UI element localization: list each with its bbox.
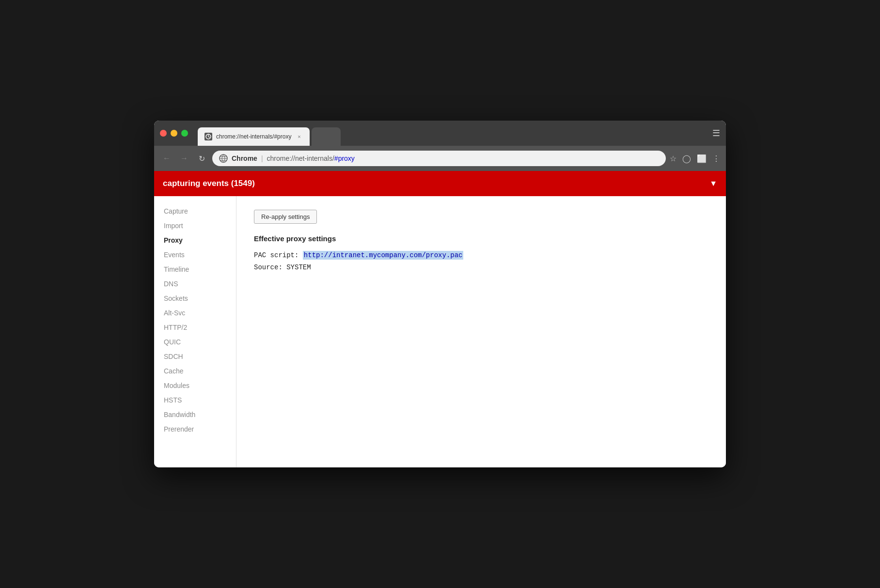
tab-title: chrome://net-internals/#proxy bbox=[216, 133, 291, 140]
back-button[interactable]: ← bbox=[160, 152, 173, 165]
minimize-button[interactable] bbox=[171, 130, 177, 137]
address-bar: ← → ↻ Chrome | chrome://net-inte bbox=[154, 146, 726, 171]
sidebar-item-events[interactable]: Events bbox=[154, 248, 236, 262]
sidebar-item-hsts[interactable]: HSTS bbox=[154, 393, 236, 407]
sidebar-item-sockets[interactable]: Sockets bbox=[154, 291, 236, 306]
sidebar: Capture Import Proxy Events Timeline DNS… bbox=[154, 196, 236, 467]
title-bar-right: ☰ bbox=[712, 128, 720, 139]
sidebar-item-timeline[interactable]: Timeline bbox=[154, 262, 236, 277]
sidebar-item-quic[interactable]: QUIC bbox=[154, 335, 236, 349]
tab-favicon bbox=[204, 133, 212, 140]
pac-url[interactable]: http://intranet.mycompany.com/proxy.pac bbox=[303, 251, 464, 260]
maximize-button[interactable] bbox=[181, 130, 188, 137]
active-tab[interactable]: chrome://net-internals/#proxy × bbox=[198, 127, 310, 146]
source-line: Source: SYSTEM bbox=[254, 262, 708, 274]
inactive-tab[interactable] bbox=[312, 127, 341, 146]
capture-text: capturing events (1549) bbox=[163, 179, 709, 188]
tab-close-button[interactable]: × bbox=[295, 133, 303, 140]
bookmark-icon[interactable]: ☆ bbox=[670, 154, 676, 163]
tab-area: chrome://net-internals/#proxy × bbox=[198, 121, 341, 146]
traffic-lights bbox=[160, 130, 188, 137]
main-content: Capture Import Proxy Events Timeline DNS… bbox=[154, 196, 726, 467]
capture-arrow-icon: ▼ bbox=[709, 179, 717, 188]
close-button[interactable] bbox=[160, 130, 167, 137]
sidebar-item-prerender[interactable]: Prerender bbox=[154, 422, 236, 436]
sidebar-item-dns[interactable]: DNS bbox=[154, 277, 236, 291]
refresh-button[interactable]: ↻ bbox=[195, 152, 208, 165]
pac-script-line: PAC script: http://intranet.mycompany.co… bbox=[254, 249, 708, 262]
sidebar-item-bandwidth[interactable]: Bandwidth bbox=[154, 407, 236, 422]
more-icon[interactable]: ⋮ bbox=[712, 154, 720, 163]
reapply-settings-button[interactable]: Re-apply settings bbox=[254, 210, 317, 224]
sidebar-item-modules[interactable]: Modules bbox=[154, 378, 236, 393]
sidebar-item-alt-svc[interactable]: Alt-Svc bbox=[154, 306, 236, 320]
sidebar-item-proxy[interactable]: Proxy bbox=[154, 233, 236, 248]
sidebar-item-capture[interactable]: Capture bbox=[154, 204, 236, 218]
forward-button[interactable]: → bbox=[177, 152, 191, 165]
title-bar-menu-icon[interactable]: ☰ bbox=[712, 128, 720, 139]
url-path: chrome://net-internals/#proxy bbox=[267, 155, 355, 162]
url-bar[interactable]: Chrome | chrome://net-internals/#proxy bbox=[212, 151, 666, 166]
address-bar-right: ☆ ◯ ⬜ ⋮ bbox=[670, 154, 720, 163]
sidebar-item-import[interactable]: Import bbox=[154, 218, 236, 233]
section-title: Effective proxy settings bbox=[254, 234, 708, 243]
sidebar-item-http2[interactable]: HTTP/2 bbox=[154, 320, 236, 335]
source-value: SYSTEM bbox=[286, 263, 311, 271]
url-separator: | bbox=[261, 155, 263, 162]
url-brand: Chrome bbox=[232, 155, 257, 162]
sidebar-item-sdch[interactable]: SDCH bbox=[154, 349, 236, 364]
proxy-info: PAC script: http://intranet.mycompany.co… bbox=[254, 249, 708, 274]
title-bar: chrome://net-internals/#proxy × ☰ bbox=[154, 121, 726, 146]
sidebar-item-cache[interactable]: Cache bbox=[154, 364, 236, 378]
cast-icon[interactable]: ⬜ bbox=[697, 154, 707, 163]
capture-bar[interactable]: capturing events (1549) ▼ bbox=[154, 171, 726, 196]
profile-icon[interactable]: ◯ bbox=[682, 154, 691, 163]
pac-label: PAC script: bbox=[254, 251, 299, 259]
page-area: Re-apply settings Effective proxy settin… bbox=[236, 196, 726, 467]
source-label: Source: bbox=[254, 263, 283, 271]
browser-window: chrome://net-internals/#proxy × ☰ ← → ↻ bbox=[154, 121, 726, 467]
url-favicon bbox=[219, 154, 228, 163]
